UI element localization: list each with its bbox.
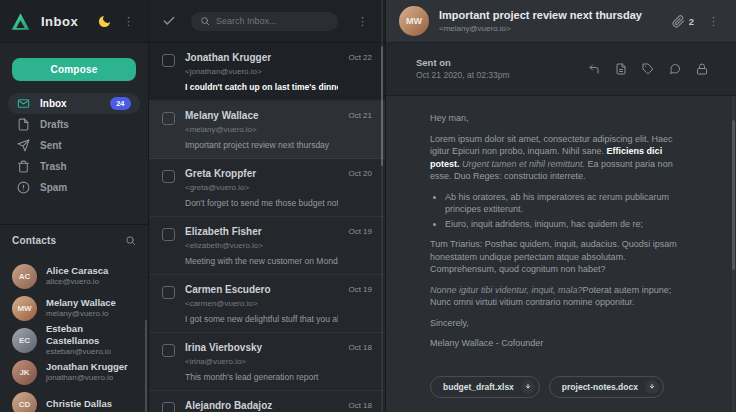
sidebar-item-inbox[interactable]: Inbox 24 (8, 93, 140, 114)
avatar: AC (12, 264, 37, 289)
paperclip-icon (672, 15, 685, 28)
avatar: CD (12, 392, 37, 412)
attachment-chip[interactable]: project-notes.docx (549, 376, 664, 398)
contact-list-item[interactable]: EC Esteban Castellanos esteban@vuero.io (12, 324, 136, 356)
contact-email: jonathan@vuero.io (46, 373, 128, 383)
attachments-count[interactable]: 2 (672, 15, 694, 28)
email-subject: Meeting with the new customer on Monday (185, 256, 338, 266)
moon-icon[interactable] (97, 14, 112, 29)
check-icon[interactable] (162, 14, 176, 28)
sidebar-item-sent[interactable]: Sent (8, 135, 140, 156)
trash-icon (17, 160, 30, 173)
search-icon (200, 16, 210, 26)
contact-email: alice@vuero.io (46, 277, 108, 287)
avatar: JK (12, 360, 37, 385)
sidebar-menu-dots-icon[interactable]: ⋮ (119, 15, 138, 28)
email-sender-address: <jonathan@vuero.io> (185, 67, 338, 77)
email-subject: Important project review next thursday (185, 140, 338, 150)
email-list-column: ⋮ Jonathan Krugger <jonathan@vuero.io> I… (149, 0, 386, 412)
sidebar-item-label: Sent (40, 140, 62, 151)
email-date: Oct 20 (348, 169, 372, 216)
attachment-filename: budget_draft.xlsx (443, 382, 514, 392)
mail-app-window: Inbox ⋮ Compose Inbox 24 Drafts (0, 0, 736, 412)
email-checkbox[interactable] (162, 54, 175, 67)
email-list-scrollbar[interactable] (381, 46, 383, 166)
email-list-row[interactable]: Jonathan Krugger <jonathan@vuero.io> I c… (149, 43, 385, 101)
bullet-item: Ab his oratores, ab his imperatores ac r… (445, 191, 692, 216)
alert-circle-icon (17, 181, 30, 194)
email-sender-name: Irina Vierbovsky (185, 342, 338, 355)
email-list-row[interactable]: Greta Kroppfer <greta@vuero.io> Don't fo… (149, 159, 385, 217)
sidebar-item-spam[interactable]: Spam (8, 177, 140, 198)
sidebar-item-drafts[interactable]: Drafts (8, 114, 140, 135)
compose-button[interactable]: Compose (12, 58, 136, 81)
email-checkbox[interactable] (162, 228, 175, 241)
envelope-icon (17, 97, 30, 110)
email-title: Important project review next thursday (439, 9, 662, 23)
email-paragraph: Nonne igitur tibi videntur, inquit, mala… (430, 284, 692, 309)
sent-info-bar: Sent on Oct 21 2020, at 02:33pm (386, 43, 736, 96)
email-list-toolbar: ⋮ (149, 0, 385, 43)
send-icon (17, 139, 30, 152)
email-list-row[interactable]: Alejandro Badajoz Oct 18 (149, 391, 385, 412)
email-bullet-list: Ab his oratores, ab his imperatores ac r… (445, 191, 692, 231)
tag-icon[interactable] (642, 63, 654, 75)
sidebar-header: Inbox ⋮ (0, 0, 148, 43)
file-text-icon[interactable] (615, 63, 627, 75)
email-paragraph: Lorem ipsum dolor sit amet, consectetur … (430, 133, 692, 183)
list-menu-dots-icon[interactable]: ⋮ (353, 15, 372, 28)
bullet-item: Eiuro, inquit adridens, iniquum, hac qui… (445, 218, 692, 231)
contact-name: Melany Wallace (46, 297, 116, 309)
contacts-scrollbar[interactable] (145, 320, 147, 412)
unread-count-badge: 24 (110, 97, 131, 110)
email-sender-name: Melany Wallace (185, 110, 338, 123)
email-body: Hey man, Lorem ipsum dolor sit amet, con… (386, 96, 736, 412)
email-list-row[interactable]: Melany Wallace <melany@vuero.io> Importa… (149, 101, 385, 159)
email-checkbox[interactable] (162, 402, 175, 412)
lock-icon[interactable] (696, 63, 708, 75)
email-sender-address: <elizabeth@vuero.io> (185, 241, 338, 251)
email-subject: This month's lead generation report (185, 372, 338, 382)
contact-list-item[interactable]: CD Christie Dallas (12, 388, 136, 412)
email-from-address: <melany@vuero.io> (439, 24, 662, 33)
italic-text: Urgent tamen et nihil remittunt. (460, 159, 586, 169)
email-checkbox[interactable] (162, 344, 175, 357)
attachment-filename: project-notes.docx (562, 382, 638, 392)
chat-bubble-icon[interactable] (669, 63, 681, 75)
search-box (191, 12, 338, 31)
sidebar-item-label: Inbox (40, 98, 67, 109)
email-sender-address: <greta@vuero.io> (185, 183, 338, 193)
email-checkbox[interactable] (162, 286, 175, 299)
email-sender-name: Alejandro Badajoz (185, 400, 338, 412)
contact-list-item[interactable]: JK Jonathan Krugger jonathan@vuero.io (12, 356, 136, 388)
email-paragraph: Tum Triarius: Posthac quidem, inquit, au… (430, 238, 692, 276)
sidebar-item-trash[interactable]: Trash (8, 156, 140, 177)
contact-list-item[interactable]: AC Alice Carasca alice@vuero.io (12, 260, 136, 292)
avatar: EC (12, 328, 37, 353)
attachment-chip[interactable]: budget_draft.xlsx (430, 376, 540, 398)
reader-scrollbar[interactable] (732, 120, 735, 270)
sidebar-item-label: Drafts (40, 119, 69, 130)
reply-icon[interactable] (588, 63, 600, 75)
italic-text: Nonne igitur tibi videntur, inquit, mala… (430, 285, 583, 295)
email-sender-address: <carmen@vuero.io> (185, 299, 338, 309)
email-checkbox[interactable] (162, 170, 175, 183)
search-input[interactable] (216, 16, 329, 26)
sidebar-item-label: Spam (40, 182, 67, 193)
download-icon[interactable] (645, 380, 659, 394)
sidebar-item-label: Trash (40, 161, 67, 172)
email-list-row[interactable]: Carmen Escudero <carmen@vuero.io> I got … (149, 275, 385, 333)
search-icon[interactable] (125, 235, 136, 246)
reader-menu-dots-icon[interactable]: ⋮ (704, 15, 723, 28)
email-list-row[interactable]: Irina Vierbovsky <irina@vuero.io> This m… (149, 333, 385, 391)
contact-list-item[interactable]: MW Melany Wallace melany@vuero.io (12, 292, 136, 324)
file-icon (17, 118, 30, 131)
email-subject: I got some new delightful stuff that you… (185, 314, 338, 324)
email-checkbox[interactable] (162, 112, 175, 125)
reader-actions (588, 63, 708, 75)
email-list-row[interactable]: Elizabeth Fisher <elizabeth@vuero.io> Me… (149, 217, 385, 275)
email-list: Jonathan Krugger <jonathan@vuero.io> I c… (149, 43, 385, 412)
sender-avatar: MW (399, 6, 429, 36)
download-icon[interactable] (521, 380, 535, 394)
email-sender-name: Jonathan Krugger (185, 52, 338, 65)
